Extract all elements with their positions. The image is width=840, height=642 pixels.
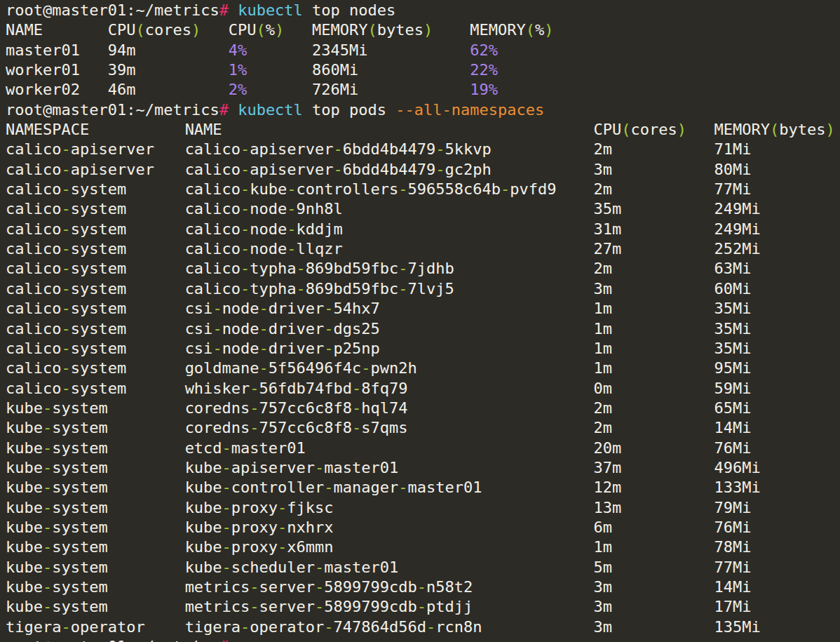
pod-cpu-cell: 35m xyxy=(593,199,714,219)
node-mem-bytes-cell: 726Mi xyxy=(312,80,470,100)
pod-memory-cell: 76Mi xyxy=(714,439,752,458)
pod-row: kube-systemcoredns-757cc6c8f8-hql742m65M… xyxy=(6,399,840,418)
pod-namespace-cell: kube-system xyxy=(6,458,185,478)
pod-namespace-cell: calico-system xyxy=(6,199,185,219)
pod-memory-cell: 133Mi xyxy=(714,478,761,497)
pod-name-cell: etcd-master01 xyxy=(185,439,594,458)
nodes-header-cell: MEMORY(%) xyxy=(470,20,553,40)
pod-namespace-cell: kube-system xyxy=(6,478,185,497)
pod-row: kube-systemetcd-master0120m76Mi xyxy=(6,439,840,458)
pod-row: calico-systemwhisker-56fdb74fbd-8fq790m5… xyxy=(6,379,840,399)
node-row: worker0246m2%726Mi19% xyxy=(6,80,840,100)
pod-cpu-cell: 12m xyxy=(593,478,714,497)
node-cpu-pct-cell: 4% xyxy=(229,41,312,60)
node-row: master0194m4%2345Mi62% xyxy=(6,41,840,60)
pod-row: kube-systemkube-proxy-x6mmn1m78Mi xyxy=(6,537,840,557)
pod-cpu-cell: 3m xyxy=(593,597,714,617)
pod-name-cell: kube-proxy-x6mmn xyxy=(185,537,594,557)
pod-name-cell: kube-proxy-nxhrx xyxy=(185,518,594,537)
command-args: top pods xyxy=(312,101,386,119)
prompt-user-path: root@master01:~/metrics xyxy=(6,101,219,119)
node-mem-pct-cell: 62% xyxy=(470,41,498,60)
pod-namespace-cell: calico-system xyxy=(6,319,185,339)
pod-namespace-cell: calico-system xyxy=(6,239,185,259)
pod-name-cell: whisker-56fdb74fbd-8fq79 xyxy=(185,379,594,399)
pod-name-cell: calico-typha-869bd59fbc-7jdhb xyxy=(185,259,594,279)
pod-namespace-cell: kube-system xyxy=(6,558,185,577)
node-name-cell: worker02 xyxy=(6,80,108,100)
pod-memory-cell: 249Mi xyxy=(714,199,761,219)
pods-header-cell: CPU(cores) xyxy=(593,120,714,140)
pod-namespace-cell: calico-apiserver xyxy=(6,140,185,159)
pod-row: kube-systemmetrics-server-5899799cdb-n58… xyxy=(6,577,840,597)
pod-memory-cell: 17Mi xyxy=(714,597,752,617)
nodes-header-cell: MEMORY(bytes) xyxy=(312,20,470,40)
pod-row: kube-systemkube-controller-manager-maste… xyxy=(6,478,840,497)
pod-name-cell: calico-apiserver-6bdd4b4479-gc2ph xyxy=(185,160,594,180)
pod-name-cell: coredns-757cc6c8f8-hql74 xyxy=(185,399,594,418)
pod-cpu-cell: 6m xyxy=(593,518,714,537)
pod-name-cell: kube-controller-manager-master01 xyxy=(185,478,594,497)
pod-name-cell: tigera-operator-747864d56d-rcn8n xyxy=(185,617,594,637)
pod-row: kube-systemkube-proxy-nxhrx6m76Mi xyxy=(6,518,840,537)
pod-namespace-cell: kube-system xyxy=(6,439,185,458)
pods-header-cell: NAME xyxy=(185,120,594,140)
pod-namespace-cell: calico-system xyxy=(6,180,185,199)
pod-row: calico-systemcalico-node-9nh8l35m249Mi xyxy=(6,199,840,219)
pod-row: calico-systemcsi-node-driver-54hx71m35Mi xyxy=(6,299,840,319)
nodes-header-cell: CPU(cores) xyxy=(108,20,229,40)
pod-namespace-cell: calico-system xyxy=(6,220,185,239)
pod-row: calico-systemcalico-kube-controllers-596… xyxy=(6,180,840,199)
pod-name-cell: metrics-server-5899799cdb-ptdjj xyxy=(185,597,594,617)
pod-namespace-cell: calico-system xyxy=(6,339,185,359)
pod-cpu-cell: 3m xyxy=(593,160,714,180)
pod-name-cell: kube-scheduler-master01 xyxy=(185,558,594,577)
pod-row: kube-systemkube-scheduler-master015m77Mi xyxy=(6,558,840,577)
pod-memory-cell: 80Mi xyxy=(714,160,752,180)
pod-memory-cell: 76Mi xyxy=(714,518,752,537)
nodes-header-cell: NAME xyxy=(6,20,108,40)
pod-cpu-cell: 2m xyxy=(593,140,714,159)
node-cpu-pct-cell: 2% xyxy=(229,80,312,100)
pod-cpu-cell: 37m xyxy=(593,458,714,478)
node-row: worker0139m1%860Mi22% xyxy=(6,60,840,80)
pod-namespace-cell: calico-system xyxy=(6,259,185,279)
partial-next-prompt-line: root@master01:~/metrics# xyxy=(6,637,840,642)
node-mem-bytes-cell: 2345Mi xyxy=(312,41,470,60)
pod-row: calico-systemcalico-node-llqzr27m252Mi xyxy=(6,239,840,259)
pod-namespace-cell: kube-system xyxy=(6,418,185,438)
pod-cpu-cell: 2m xyxy=(593,418,714,438)
node-cpu-pct-cell: 1% xyxy=(229,60,312,80)
nodes-table: NAMECPU(cores)CPU(%)MEMORY(bytes)MEMORY(… xyxy=(6,20,840,100)
pod-namespace-cell: calico-system xyxy=(6,279,185,299)
node-cpu-cores-cell: 46m xyxy=(108,80,229,100)
node-name-cell: worker01 xyxy=(6,60,108,80)
pod-memory-cell: 71Mi xyxy=(714,140,752,159)
pod-row: calico-systemcsi-node-driver-p25np1m35Mi xyxy=(6,339,840,359)
node-mem-bytes-cell: 860Mi xyxy=(312,60,470,80)
terminal-screen: root@master01:~/metrics# kubectl top nod… xyxy=(0,0,840,642)
pod-name-cell: csi-node-driver-54hx7 xyxy=(185,299,594,319)
pod-memory-cell: 14Mi xyxy=(714,418,752,438)
pod-name-cell: calico-kube-controllers-596558c64b-pvfd9 xyxy=(185,180,594,199)
pod-namespace-cell: kube-system xyxy=(6,537,185,557)
pod-memory-cell: 35Mi xyxy=(714,319,752,339)
pod-name-cell: metrics-server-5899799cdb-n58t2 xyxy=(185,577,594,597)
pod-memory-cell: 65Mi xyxy=(714,399,752,418)
command-line-top-nodes: root@master01:~/metrics# kubectl top nod… xyxy=(6,1,840,20)
node-mem-pct-cell: 22% xyxy=(470,60,498,80)
command-flag: --all-namespaces xyxy=(395,101,544,119)
pod-name-cell: csi-node-driver-dgs25 xyxy=(185,319,594,339)
pod-cpu-cell: 27m xyxy=(593,239,714,259)
pod-memory-cell: 63Mi xyxy=(714,259,752,279)
pod-name-cell: csi-node-driver-p25np xyxy=(185,339,594,359)
pod-cpu-cell: 1m xyxy=(593,299,714,319)
command-args: top nodes xyxy=(312,1,395,19)
pod-cpu-cell: 3m xyxy=(593,617,714,637)
pod-memory-cell: 77Mi xyxy=(714,558,752,577)
command-program: kubectl xyxy=(238,1,303,19)
pods-table-header-row: NAMESPACENAMECPU(cores)MEMORY(bytes) xyxy=(6,120,840,140)
pod-memory-cell: 35Mi xyxy=(714,299,752,319)
pod-row: calico-systemcalico-typha-869bd59fbc-7lv… xyxy=(6,279,840,299)
pod-memory-cell: 135Mi xyxy=(714,617,761,637)
